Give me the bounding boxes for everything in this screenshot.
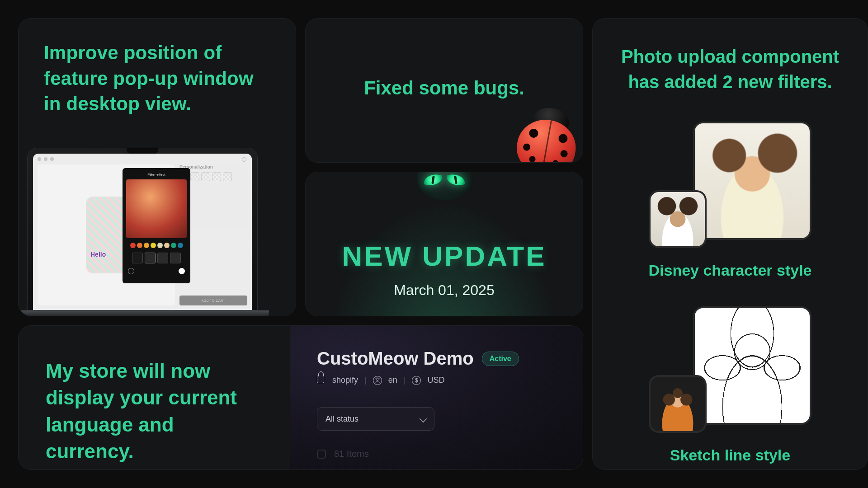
platform-label: shopify [332, 375, 358, 385]
filter-panel-title: Filter effect [126, 173, 187, 177]
cat-logo-icon [413, 172, 476, 200]
card-new-update: NEW UPDATE March 01, 2025 [305, 172, 583, 316]
chevron-down-icon [420, 415, 427, 423]
currency-icon: $ [412, 376, 421, 385]
card-e-title: Photo upload component has added 2 new f… [614, 44, 846, 94]
card-store-locale: My store will now display your current l… [18, 325, 583, 470]
sketch-output-image [693, 306, 811, 425]
sketch-input-image [649, 375, 707, 433]
filter-effect-popup: Filter effect [123, 168, 190, 283]
close-icon [242, 157, 246, 162]
laptop-screen: Hello Personalization ADD TO CART Fil [33, 154, 252, 310]
update-date: March 01, 2025 [306, 282, 583, 299]
filter-color-row [126, 243, 187, 248]
disney-input-image [649, 190, 707, 248]
store-name: CustoMeow Demo [317, 348, 474, 369]
select-all-checkbox[interactable] [317, 450, 326, 459]
ladybug-icon [495, 83, 583, 163]
filter-label-sketch: Sketch line style [670, 446, 790, 464]
back-icon [128, 268, 134, 274]
card-d-title: My store will now display your current l… [46, 357, 263, 465]
filter-disney: Disney character style [614, 122, 846, 279]
language-icon: 文 [373, 376, 382, 385]
currency-label: USD [427, 375, 444, 385]
confirm-icon [179, 268, 185, 274]
card-a-title: Improve position of feature pop-up windo… [44, 40, 270, 117]
status-filter-dropdown[interactable]: All status [317, 407, 434, 431]
add-to-cart-button: ADD TO CART [179, 296, 247, 305]
filter-thumbnails [126, 253, 187, 263]
filter-label-disney: Disney character style [649, 262, 812, 279]
shopify-icon [317, 375, 326, 385]
language-label: en [388, 375, 397, 385]
card-popup-position: Improve position of feature pop-up windo… [18, 18, 296, 316]
laptop-mockup: Hello Personalization ADD TO CART Fil [18, 148, 269, 316]
filter-sketch: Sketch line style [614, 306, 846, 464]
update-heading: NEW UPDATE [306, 240, 583, 272]
store-dashboard-preview: CustoMeow Demo Active shopify | 文 en | $… [290, 326, 583, 469]
window-traffic-lights [38, 157, 54, 161]
filter-preview-image [126, 179, 187, 238]
status-filter-value: All status [326, 414, 359, 424]
disney-output-image [693, 122, 811, 240]
status-badge: Active [482, 352, 519, 366]
card-bugfixes: Fixed some bugs. [305, 18, 583, 163]
product-overlay-text: Hello [90, 251, 106, 258]
card-new-filters: Photo upload component has added 2 new f… [592, 18, 868, 470]
items-count: 81 Items [334, 449, 369, 459]
